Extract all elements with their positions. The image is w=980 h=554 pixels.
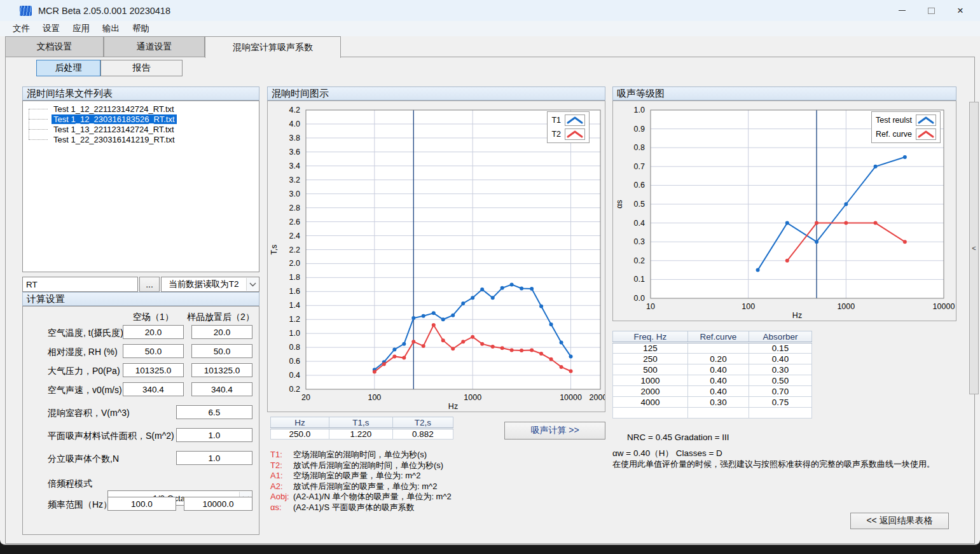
taskbar-strip <box>0 545 980 554</box>
absorption-calc-button[interactable]: 吸声计算 >> <box>504 422 605 440</box>
table-row[interactable]: 250.01.2200.882 <box>271 429 453 440</box>
tree-branch-icon <box>29 119 48 120</box>
back-to-results-button[interactable]: << 返回结果表格 <box>850 513 949 529</box>
table-row[interactable]: 10000.400.50 <box>613 375 812 386</box>
file-list-item-selected[interactable]: Test 1_12_230316183526_RT.txt <box>23 114 259 124</box>
sound-speed-field-1[interactable] <box>123 382 184 396</box>
menu-item-settings[interactable]: 设置 <box>36 22 66 36</box>
chart-legend: T1T2 <box>547 111 590 143</box>
maximize-button[interactable] <box>916 0 946 21</box>
table-cell: 0.40 <box>688 364 749 375</box>
svg-text:0.8: 0.8 <box>289 343 300 352</box>
room-volume-field[interactable] <box>176 405 252 419</box>
collapse-panel-handle[interactable]: < <box>969 102 979 394</box>
menu-item-output[interactable]: 输出 <box>96 22 126 36</box>
table-cell: 125 <box>613 343 688 354</box>
pressure-field-2[interactable] <box>191 363 252 377</box>
minimize-button[interactable] <box>887 0 916 21</box>
table-cell: 0.882 <box>393 429 453 440</box>
table-row[interactable]: 2500.200.40 <box>613 354 812 364</box>
humidity-field-1[interactable] <box>123 344 184 358</box>
file-list-item[interactable]: Test 1_22_230316141219_RT.txt <box>23 134 259 144</box>
tree-branch-icon <box>29 109 48 109</box>
table-cell: 2000 <box>613 386 688 397</box>
air-temp-field-2[interactable] <box>191 325 252 339</box>
svg-text:0.4: 0.4 <box>289 371 300 380</box>
freq-range-min-field[interactable] <box>107 497 176 511</box>
humidity-field-2[interactable] <box>191 344 252 358</box>
table-cell: 0.15 <box>749 343 812 354</box>
table-row[interactable]: 40000.300.75 <box>613 397 812 408</box>
legend-entry: T2 <box>551 128 585 140</box>
close-icon: × <box>957 5 963 16</box>
file-list-item[interactable]: Test 1_12_221123142724_RT.txt <box>23 104 259 114</box>
absorption-grade-chart[interactable]: 0.00.10.20.30.40.50.60.70.80.91.01010010… <box>612 100 956 321</box>
window-title: MCR Beta 2.05.0.001 20230418 <box>38 6 170 16</box>
svg-text:0.8: 0.8 <box>634 143 645 152</box>
chevron-down-icon <box>246 278 258 291</box>
svg-text:2.0: 2.0 <box>289 259 300 268</box>
table-cell: 500 <box>613 364 688 375</box>
svg-text:0.2: 0.2 <box>289 385 300 394</box>
svg-text:Hz: Hz <box>448 402 458 411</box>
table-cell: 1000 <box>613 375 688 386</box>
table-cell <box>688 343 749 354</box>
subtab-report[interactable]: 报告 <box>100 60 183 76</box>
file-list-item[interactable]: Test 1_13_221123142724_RT.txt <box>23 124 259 134</box>
pressure-field-1[interactable] <box>123 363 184 377</box>
tab-channel-settings[interactable]: 通道设置 <box>104 36 205 57</box>
menu-item-apply[interactable]: 应用 <box>66 22 96 36</box>
collapse-left-icon: < <box>972 244 976 252</box>
table-row[interactable]: 5000.400.30 <box>613 364 812 375</box>
absorber-count-label: 分立吸声体个数,N <box>48 454 119 465</box>
legend-curve-icon <box>916 128 936 140</box>
air-temp-field-1[interactable] <box>123 325 184 339</box>
subtab-postprocess[interactable]: 后处理 <box>36 60 100 76</box>
rt-chart-panel-header: 混响时间图示 <box>267 87 605 100</box>
menu-item-file[interactable]: 文件 <box>6 22 36 36</box>
file-list[interactable]: Test 1_12_221123142724_RT.txt Test 1_12_… <box>22 100 259 272</box>
table-cell: 0.40 <box>688 375 749 386</box>
legend-entry: Test reulst <box>876 114 936 126</box>
aw-result: αw = 0.40（H） Classes = D <box>612 448 722 459</box>
freq-range-label: 频率范围（Hz） <box>48 499 112 511</box>
rt-chart[interactable]: 0.20.40.60.81.01.21.41.61.82.02.22.42.62… <box>267 100 605 412</box>
sample-area-field[interactable] <box>176 428 252 442</box>
svg-text:100: 100 <box>368 393 381 402</box>
rt-name-input[interactable] <box>22 277 138 292</box>
freq-range-max-field[interactable] <box>184 497 252 511</box>
table-cell <box>613 408 688 419</box>
tab-reverb-absorption[interactable]: 混响室计算吸声系数 <box>205 36 341 58</box>
data-read-as-select[interactable]: 当前数据读取为T2 <box>161 277 259 292</box>
svg-text:1.4: 1.4 <box>289 301 300 310</box>
table-row[interactable]: 20000.400.70 <box>613 386 812 397</box>
sound-speed-field-2[interactable] <box>191 382 252 396</box>
legend-entry: T1 <box>551 114 585 126</box>
tab-document-settings[interactable]: 文档设置 <box>5 36 104 57</box>
definition-line: A2:放试件后混响室的吸声量，单位为: m^2 <box>270 481 452 492</box>
table-cell: 0.70 <box>749 386 812 397</box>
definition-line: Aobj:(A2-A1)/N 单个物体的吸声量，单位为: m^2 <box>270 492 452 502</box>
svg-text:3.0: 3.0 <box>289 190 300 198</box>
svg-text:2.4: 2.4 <box>289 232 300 240</box>
menu-bar: 文件 设置 应用 输出 帮助 <box>0 21 980 36</box>
definition-line: T2:放试件后混响室的混响时间，单位为秒(s) <box>270 461 452 471</box>
chart-canvas[interactable]: 0.20.40.60.81.01.21.41.61.82.02.22.42.62… <box>268 101 605 412</box>
menu-item-help[interactable]: 帮助 <box>126 22 156 36</box>
svg-text:0.9: 0.9 <box>634 125 645 134</box>
svg-text:1.6: 1.6 <box>289 287 300 296</box>
table-row[interactable]: 1250.15 <box>613 343 812 354</box>
column-header: T2,s <box>393 417 453 429</box>
tree-branch-icon <box>29 129 48 130</box>
browse-button[interactable]: ... <box>139 277 160 292</box>
column-header: Freq. Hz <box>613 331 688 343</box>
close-button[interactable]: × <box>946 0 975 21</box>
absorber-count-field[interactable] <box>176 451 252 465</box>
column-header-with-sample: 样品放置后（2） <box>184 312 258 323</box>
legend-label: Ref. curve <box>876 130 912 139</box>
column-header: T1,s <box>329 417 393 429</box>
svg-text:3.4: 3.4 <box>289 162 300 170</box>
table-header-row: HzT1,sT2,s <box>271 417 453 429</box>
svg-text:1000: 1000 <box>464 393 481 402</box>
table-row[interactable] <box>613 408 812 419</box>
